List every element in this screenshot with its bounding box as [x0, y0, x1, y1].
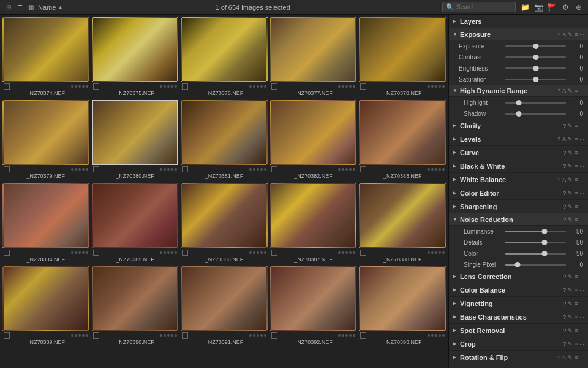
hdr-menu-icon[interactable]: ≡ [575, 88, 578, 94]
rotation-more-icon[interactable]: ··· [579, 355, 584, 361]
image-checkbox-6[interactable] [93, 166, 99, 172]
image-cell-14[interactable]: _NZ70388.NEF [359, 183, 446, 263]
levels-auto-icon[interactable]: A [562, 136, 566, 142]
image-cell-3[interactable]: _NZ70377.NEF [270, 17, 357, 98]
bw-section[interactable]: ▶ Black & White ? ✎ ≡ ··· [449, 159, 588, 173]
image-checkbox-11[interactable] [93, 250, 99, 256]
levels-help-icon[interactable]: ? [557, 136, 560, 142]
contrast-slider-track[interactable] [505, 56, 566, 58]
spot-menu-icon[interactable]: ≡ [575, 328, 578, 334]
noise-edit-icon[interactable]: ✎ [568, 217, 573, 223]
vignetting-edit-icon[interactable]: ✎ [568, 301, 573, 307]
image-checkbox-3[interactable] [271, 83, 277, 90]
wb-edit-icon[interactable]: ✎ [568, 177, 573, 183]
color-editor-more-icon[interactable]: ··· [579, 190, 584, 196]
exposure-more-icon[interactable]: ··· [579, 31, 584, 37]
grid-panel[interactable]: _NZ70374.NEF_NZ70375.NEF_NZ70376.NEF_NZ7… [0, 15, 448, 368]
clarity-section[interactable]: ▶ Clarity ? ✎ ≡ ··· [449, 119, 588, 132]
exposure-help-icon[interactable]: ? [557, 31, 560, 37]
noise-help-icon[interactable]: ? [563, 217, 566, 223]
list-view-icon[interactable]: ☰ [15, 2, 24, 12]
details-slider-track[interactable] [505, 242, 566, 243]
crop-menu-icon[interactable]: ≡ [575, 341, 578, 347]
layers-section[interactable]: ▶ Layers [449, 15, 588, 28]
brightness-slider-track[interactable] [505, 67, 566, 69]
crop-edit-icon[interactable]: ✎ [568, 341, 573, 347]
luminance-slider-track[interactable] [505, 231, 566, 232]
noise-more-icon[interactable]: ··· [579, 217, 584, 223]
levels-edit-icon[interactable]: ✎ [568, 136, 573, 142]
crop-help-icon[interactable]: ? [563, 341, 566, 347]
basechar-section[interactable]: ▶ Base Characteristics ? ✎ ≡ ··· [449, 310, 588, 324]
image-cell-16[interactable]: _NZ70390.NEF [92, 266, 179, 347]
curve-section[interactable]: ▶ Curve ? ✎ ≡ ··· [449, 146, 588, 159]
bw-edit-icon[interactable]: ✎ [568, 163, 573, 169]
sort-label[interactable]: Name [38, 4, 56, 11]
image-checkbox-7[interactable] [182, 166, 188, 172]
color-editor-menu-icon[interactable]: ≡ [575, 190, 578, 196]
image-cell-19[interactable]: _NZ70393.NEF [359, 266, 446, 347]
wb-section[interactable]: ▶ White Balance ? A ✎ ≡ ··· [449, 173, 588, 186]
hdr-edit-icon[interactable]: ✎ [568, 88, 573, 94]
image-checkbox-19[interactable] [360, 332, 366, 339]
color-editor-section[interactable]: ▶ Color Editor ? ✎ ≡ ··· [449, 186, 588, 200]
bw-menu-icon[interactable]: ≡ [575, 163, 578, 169]
sort-arrow-icon[interactable]: ▲ [58, 4, 63, 10]
rotation-help-icon[interactable]: ? [557, 355, 560, 361]
share-icon[interactable]: ⊕ [573, 2, 584, 13]
color-editor-edit-icon[interactable]: ✎ [568, 190, 573, 196]
image-cell-1[interactable]: _NZ70375.NEF [92, 17, 179, 98]
basechar-menu-icon[interactable]: ≡ [575, 314, 578, 320]
image-checkbox-17[interactable] [182, 332, 188, 339]
wb-more-icon[interactable]: ··· [579, 177, 584, 183]
noise-menu-icon[interactable]: ≡ [575, 217, 578, 223]
crop-section[interactable]: ▶ Crop ? ✎ ≡ ··· [449, 337, 588, 351]
image-cell-6[interactable]: _NZ70380.NEF [92, 100, 179, 180]
bw-help-icon[interactable]: ? [563, 163, 566, 169]
hdr-header[interactable]: ▼ High Dynamic Range ? A ✎ ≡ ··· [449, 85, 588, 97]
rotation-auto-icon[interactable]: A [562, 355, 566, 361]
levels-more-icon[interactable]: ··· [579, 136, 584, 142]
image-cell-0[interactable]: _NZ70374.NEF [2, 17, 89, 98]
flag-icon[interactable]: 🚩 [546, 2, 557, 13]
spot-more-icon[interactable]: ··· [579, 328, 584, 334]
curve-help-icon[interactable]: ? [563, 150, 566, 156]
wb-menu-icon[interactable]: ≡ [575, 177, 578, 183]
clarity-help-icon[interactable]: ? [563, 123, 566, 129]
image-cell-18[interactable]: _NZ70392.NEF [270, 266, 357, 347]
exposure-menu-icon[interactable]: ≡ [575, 31, 578, 37]
rotation-menu-icon[interactable]: ≡ [575, 355, 578, 361]
bw-more-icon[interactable]: ··· [579, 163, 584, 169]
vignetting-help-icon[interactable]: ? [563, 301, 566, 307]
spot-edit-icon[interactable]: ✎ [568, 328, 573, 334]
image-checkbox-8[interactable] [271, 166, 277, 172]
rotation-section[interactable]: ▶ Rotation & Flip ? A ✎ ≡ ··· [449, 351, 588, 364]
colorbalance-section[interactable]: ▶ Color Balance ? ✎ ≡ ··· [449, 283, 588, 297]
curve-edit-icon[interactable]: ✎ [568, 150, 573, 156]
crop-more-icon[interactable]: ··· [579, 341, 584, 347]
hdr-more-icon[interactable]: ··· [579, 88, 584, 94]
lens-help-icon[interactable]: ? [563, 274, 566, 280]
sharpening-help-icon[interactable]: ? [563, 204, 566, 210]
image-checkbox-5[interactable] [4, 166, 10, 172]
image-checkbox-14[interactable] [360, 250, 366, 256]
image-cell-7[interactable]: _NZ70381.NEF [181, 100, 268, 180]
image-cell-11[interactable]: _NZ70385.NEF [92, 183, 179, 263]
image-cell-9[interactable]: _NZ70383.NEF [359, 100, 446, 180]
image-checkbox-15[interactable] [4, 332, 10, 339]
image-checkbox-4[interactable] [360, 83, 366, 90]
settings-icon[interactable]: ⚙ [560, 2, 571, 13]
sharpening-more-icon[interactable]: ··· [579, 204, 584, 210]
grid-view-icon[interactable]: ⊞ [4, 2, 13, 12]
vignetting-menu-icon[interactable]: ≡ [575, 301, 578, 307]
image-checkbox-10[interactable] [4, 250, 10, 256]
image-checkbox-16[interactable] [93, 332, 99, 339]
singlepixel-slider-track[interactable] [505, 264, 566, 266]
highlight-slider-track[interactable] [505, 102, 566, 104]
image-cell-5[interactable]: _NZ70379.NEF [2, 100, 89, 180]
hdr-help-icon[interactable]: ? [557, 88, 560, 94]
basechar-edit-icon[interactable]: ✎ [568, 314, 573, 320]
image-cell-2[interactable]: _NZ70376.NEF [181, 17, 268, 98]
exposure-slider-track[interactable] [505, 45, 566, 47]
levels-menu-icon[interactable]: ≡ [575, 136, 578, 142]
